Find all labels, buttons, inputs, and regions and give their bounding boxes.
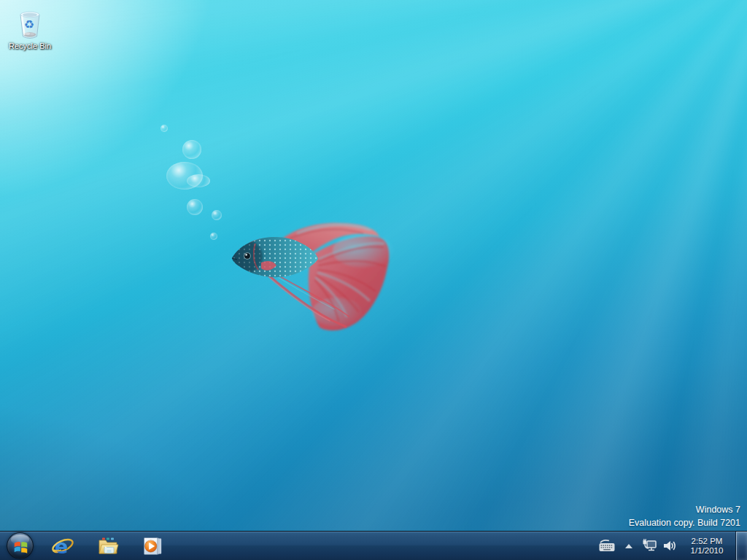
chevron-up-icon bbox=[625, 544, 632, 548]
taskbar-icon-media-player[interactable] bbox=[134, 532, 172, 560]
windows-flag-icon bbox=[7, 533, 34, 560]
taskbar-clock[interactable]: 2:52 PM 1/1/2010 bbox=[684, 537, 730, 556]
bubble bbox=[212, 210, 222, 220]
svg-text:♻: ♻ bbox=[24, 18, 34, 31]
taskbar: e bbox=[0, 531, 747, 560]
watermark-line2: Evaluation copy. Build 7201 bbox=[629, 516, 740, 529]
bubble bbox=[182, 140, 201, 159]
taskbar-pinned-apps: e bbox=[44, 532, 172, 560]
start-button[interactable] bbox=[7, 532, 34, 559]
show-hidden-icons-button[interactable] bbox=[621, 532, 637, 560]
evaluation-watermark: Windows 7 Evaluation copy. Build 7201 bbox=[629, 503, 740, 529]
taskbar-icon-internet-explorer[interactable]: e bbox=[44, 532, 82, 560]
touch-keyboard-icon[interactable] bbox=[597, 532, 616, 560]
svg-text:e: e bbox=[55, 535, 68, 558]
bubble bbox=[160, 125, 168, 132]
clock-time: 2:52 PM bbox=[684, 537, 730, 546]
bubble bbox=[187, 199, 203, 215]
windows7-desktop: ♻ Recycle Bin Windows 7 Evaluation copy.… bbox=[0, 0, 747, 560]
folder-icon bbox=[96, 534, 120, 558]
taskbar-icon-windows-explorer[interactable] bbox=[89, 532, 127, 560]
bubble bbox=[187, 174, 210, 187]
network-icon[interactable] bbox=[641, 532, 659, 560]
recycle-bin-icon: ♻ bbox=[13, 6, 47, 41]
watermark-line1: Windows 7 bbox=[629, 503, 740, 516]
desktop-wallpaper[interactable]: ♻ Recycle Bin Windows 7 Evaluation copy.… bbox=[0, 0, 747, 560]
show-desktop-button[interactable] bbox=[736, 532, 747, 560]
clock-date: 1/1/2010 bbox=[684, 546, 730, 556]
bubble bbox=[210, 233, 217, 240]
betta-fish-illustration bbox=[228, 217, 403, 341]
system-tray: 2:52 PM 1/1/2010 bbox=[597, 532, 747, 560]
media-player-icon bbox=[142, 534, 165, 558]
volume-icon[interactable] bbox=[661, 532, 677, 560]
desktop-icon-label: Recycle Bin bbox=[9, 42, 51, 50]
desktop-icon-recycle-bin[interactable]: ♻ Recycle Bin bbox=[4, 6, 55, 50]
internet-explorer-icon: e bbox=[51, 534, 74, 558]
